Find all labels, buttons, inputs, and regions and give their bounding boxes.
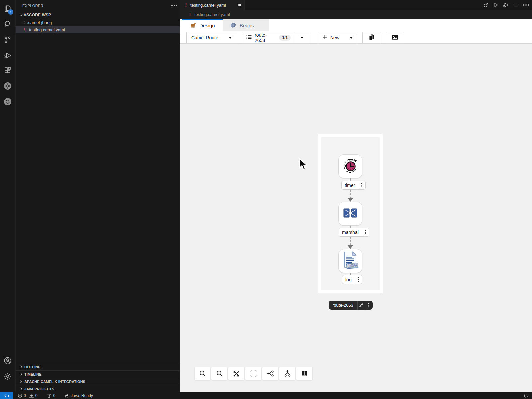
- chevron-right-icon: [18, 372, 24, 377]
- node-label-timer[interactable]: timer: [341, 181, 366, 190]
- extensions-icon[interactable]: [0, 64, 15, 78]
- run-debug-icon[interactable]: [0, 48, 15, 63]
- breadcrumb[interactable]: ! testing.camel.yaml: [180, 10, 532, 19]
- bell-icon: [523, 393, 528, 398]
- node-log[interactable]: LOG: [338, 249, 362, 273]
- remote-indicator[interactable]: [0, 392, 13, 399]
- workspace-label: VSCODE-WSP: [24, 13, 51, 17]
- chevron-down-icon[interactable]: [300, 37, 304, 39]
- tab-beans[interactable]: Beans: [223, 19, 269, 31]
- java-status[interactable]: Java: Ready: [62, 392, 95, 399]
- kaoto-canvas[interactable]: timer: [180, 44, 532, 392]
- node-label-log[interactable]: log: [342, 275, 362, 284]
- section-outline[interactable]: OUTLINE: [16, 363, 180, 370]
- fit-view-button[interactable]: [245, 367, 261, 380]
- more-actions-icon[interactable]: [523, 2, 529, 8]
- node-timer[interactable]: [338, 154, 362, 178]
- node-marshal[interactable]: [338, 202, 362, 226]
- ports-status[interactable]: 0: [44, 392, 58, 399]
- explorer-icon[interactable]: 1: [0, 1, 15, 16]
- collapse-route-icon[interactable]: [357, 301, 365, 310]
- tree-item-label: testing.camel.yaml: [29, 27, 65, 32]
- sync-extension-icon[interactable]: [0, 94, 15, 109]
- java-status-label: Java: Ready: [71, 393, 93, 398]
- modified-dot[interactable]: [238, 4, 241, 6]
- run-file-icon[interactable]: [493, 2, 499, 8]
- sidebar-title: EXPLORER: [22, 4, 43, 8]
- node-label-text: log: [342, 277, 355, 282]
- section-camel-k-integrations[interactable]: APACHE CAMEL K INTEGRATIONS: [16, 378, 180, 385]
- debug-run-icon[interactable]: [503, 2, 509, 8]
- warning-mark: !: [22, 27, 27, 32]
- kebab-menu-icon[interactable]: [362, 228, 369, 236]
- vertical-layout-button[interactable]: [279, 367, 295, 380]
- kaoto-view-tabs: Design Beans: [180, 19, 532, 31]
- chevron-right-icon: [22, 20, 27, 25]
- edge-connector: [350, 237, 351, 245]
- kebab-menu-icon[interactable]: [365, 301, 373, 310]
- marshal-icon: [343, 206, 358, 221]
- new-route-button[interactable]: New: [318, 32, 358, 43]
- catalog-book-button[interactable]: [296, 367, 312, 380]
- node-label-marshal[interactable]: marshal: [339, 228, 369, 237]
- tab-design[interactable]: Design: [182, 19, 223, 31]
- edge-connector: [350, 190, 351, 199]
- workspace-root[interactable]: VSCODE-WSP: [16, 11, 180, 19]
- chevron-right-icon: [18, 386, 24, 392]
- tree-item-label: .camel-jbang: [27, 20, 52, 25]
- camel-run-icon[interactable]: [483, 2, 489, 8]
- tree-item-testing-camel-yaml[interactable]: ! testing.camel.yaml: [16, 26, 180, 33]
- kubernetes-icon[interactable]: [0, 79, 15, 93]
- problems-status[interactable]: 0 0: [15, 392, 40, 399]
- svg-text:LOG: LOG: [348, 263, 357, 269]
- zoom-out-button[interactable]: [211, 367, 227, 380]
- copy-flow-button[interactable]: [362, 32, 381, 43]
- editor-tab-bar: ! testing.camel.yaml: [180, 0, 532, 10]
- copy-icon: [369, 34, 375, 41]
- split-editor-icon[interactable]: [513, 2, 519, 8]
- export-image-button[interactable]: [386, 32, 404, 43]
- route-count-badge: 1/1: [279, 35, 291, 41]
- chevron-right-icon: [18, 379, 24, 384]
- edge-arrow: [348, 245, 353, 249]
- new-button-label: New: [330, 35, 339, 40]
- settings-gear-icon[interactable]: [0, 369, 15, 384]
- edge-arrow: [348, 198, 353, 202]
- route-selector-label: route-2653: [252, 32, 279, 43]
- dsl-selector-label: Camel Route: [191, 35, 218, 40]
- section-label: OUTLINE: [24, 365, 40, 369]
- tab-testing-camel-yaml[interactable]: ! testing.camel.yaml: [180, 0, 245, 10]
- status-bar: 0 0 0 Java: Ready: [0, 392, 532, 399]
- expand-arrows-button[interactable]: [228, 367, 244, 380]
- error-count: 0: [24, 393, 26, 398]
- vscode-window: 1: [0, 0, 532, 399]
- warning-mark: !: [184, 2, 188, 8]
- sidebar-more-actions-icon[interactable]: [174, 5, 175, 6]
- kebab-menu-icon[interactable]: [358, 181, 365, 189]
- kebab-menu-icon[interactable]: [355, 275, 362, 284]
- chevron-down-icon: [350, 37, 353, 39]
- dsl-selector-dropdown[interactable]: Camel Route: [186, 32, 237, 43]
- route-selector[interactable]: route-2653 1/1: [242, 32, 309, 43]
- section-java-projects[interactable]: JAVA PROJECTS: [16, 385, 180, 392]
- explorer-sidebar: EXPLORER VSCODE-WSP .camel-jbang ! testi…: [15, 0, 180, 392]
- search-icon[interactable]: [0, 17, 15, 31]
- kaoto-toolbar: Camel Route route-2653 1/1: [180, 31, 532, 44]
- route-group-name: route-2653: [329, 303, 357, 308]
- section-label: TIMELINE: [24, 372, 41, 376]
- warning-icon: [29, 393, 34, 398]
- route-group-label[interactable]: route-2653: [329, 301, 373, 310]
- editor-area: ! testing.camel.yaml: [180, 0, 532, 392]
- section-label: JAVA PROJECTS: [24, 387, 54, 391]
- chevron-right-icon: [18, 364, 24, 370]
- node-label-text: timer: [342, 183, 358, 188]
- tree-item-camel-jbang[interactable]: .camel-jbang: [16, 19, 180, 26]
- horizontal-layout-button[interactable]: [262, 367, 278, 380]
- source-control-icon[interactable]: [0, 32, 15, 47]
- zoom-in-button[interactable]: [195, 367, 210, 380]
- section-timeline[interactable]: TIMELINE: [16, 370, 180, 378]
- breadcrumb-title: testing.camel.yaml: [194, 12, 230, 17]
- notifications-bell[interactable]: [521, 392, 531, 399]
- java-coffee-icon: [65, 393, 69, 398]
- account-icon[interactable]: [0, 353, 15, 368]
